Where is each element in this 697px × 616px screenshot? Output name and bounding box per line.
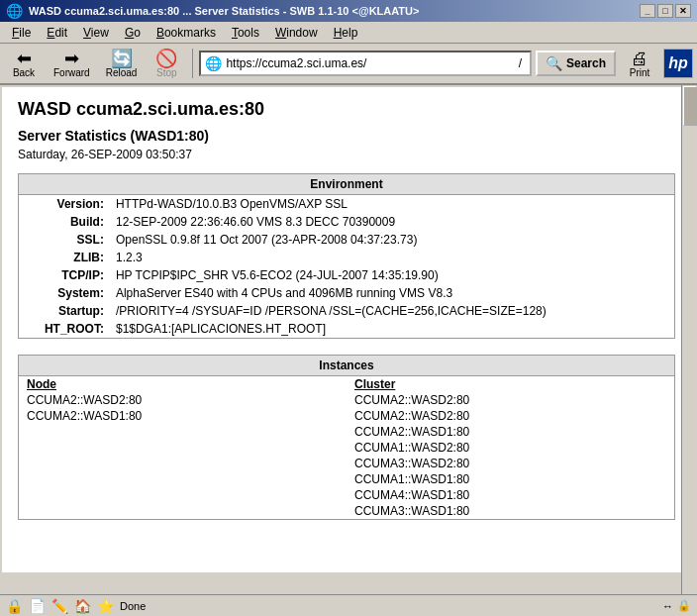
menu-bar: File Edit View Go Bookmarks Tools Window…: [0, 22, 697, 44]
back-icon: ⬅: [17, 50, 32, 67]
menu-file[interactable]: File: [4, 24, 39, 42]
inst-cluster: CCUMA2::WASD1:80: [347, 424, 675, 440]
inst-row: CCUMA4::WASD1:80: [19, 487, 675, 503]
status-right: ↔ 🔒: [662, 599, 691, 612]
environment-table: Environment Version: HTTPd-WASD/10.0.B3 …: [18, 173, 675, 339]
env-row: System: AlphaServer ES40 with 4 CPUs and…: [19, 284, 675, 302]
instances-table: Instances Node Cluster CCUMA2::WASD2:80 …: [18, 355, 675, 520]
print-label: Print: [630, 67, 650, 78]
scroll-thumb[interactable]: [683, 86, 697, 126]
search-button[interactable]: 🔍 Search: [536, 51, 616, 76]
address-bar[interactable]: 🌐 https://ccuma2.sci.uma.es/ /: [199, 51, 532, 76]
reload-button[interactable]: 🔄 Reload: [100, 48, 144, 80]
address-separator: /: [515, 56, 526, 70]
reload-icon: 🔄: [111, 50, 133, 67]
env-label: Startup:: [19, 302, 110, 320]
inst-cluster: CCUMA2::WASD2:80: [347, 392, 675, 408]
instances-col-node: Node: [19, 376, 348, 393]
close-button[interactable]: ✕: [675, 4, 691, 18]
menu-go[interactable]: Go: [117, 24, 149, 42]
page-title: WASD ccuma2.sci.uma.es:80: [18, 99, 675, 120]
env-label: SSL:: [19, 231, 110, 249]
content-area: WASD ccuma2.sci.uma.es:80 Server Statist…: [2, 87, 695, 572]
instances-header: Instances: [19, 356, 675, 376]
env-row: HT_ROOT: $1$DGA1:[APLICACIONES.HT_ROOT]: [19, 320, 675, 339]
status-right-icon2: 🔒: [677, 599, 691, 612]
env-value: 1.2.3: [110, 249, 675, 266]
menu-view[interactable]: View: [75, 24, 117, 42]
maximize-button[interactable]: □: [657, 4, 673, 18]
inst-cluster: CCUMA1::WASD2:80: [347, 440, 675, 456]
browser-window: 🌐 WASD ccuma2.sci.uma.es:80 ... Server S…: [0, 0, 697, 616]
env-value: HP TCPIP$IPC_SHR V5.6-ECO2 (24-JUL-2007 …: [110, 266, 675, 284]
menu-help[interactable]: Help: [326, 24, 366, 42]
env-value: /PRIORITY=4 /SYSUAF=ID /PERSONA /SSL=(CA…: [110, 302, 675, 320]
window-icon: 🌐: [6, 3, 23, 19]
inst-node: CCUMA2::WASD2:80: [19, 392, 348, 408]
status-icon-3: ✏️: [51, 598, 68, 614]
env-row: ZLIB: 1.2.3: [19, 249, 675, 266]
env-label: TCP/IP:: [19, 266, 110, 284]
inst-row: CCUMA3::WASD1:80: [19, 503, 675, 520]
back-button[interactable]: ⬅ Back: [4, 48, 44, 80]
forward-icon: ➡: [64, 50, 79, 67]
page-date: Saturday, 26-SEP-2009 03:50:37: [18, 148, 675, 161]
env-row: TCP/IP: HP TCPIP$IPC_SHR V5.6-ECO2 (24-J…: [19, 266, 675, 284]
address-text: https://ccuma2.sci.uma.es/: [226, 56, 514, 70]
status-left: 🔒 📄 ✏️ 🏠 ⭐ Done: [6, 598, 146, 614]
print-button[interactable]: 🖨 Print: [620, 48, 659, 80]
instances-col-cluster: Cluster: [347, 376, 675, 393]
window-title: WASD ccuma2.sci.uma.es:80 ... Server Sta…: [29, 5, 419, 17]
menu-bookmarks[interactable]: Bookmarks: [149, 24, 224, 42]
page-icon: 🌐: [205, 55, 222, 71]
inst-node: [19, 456, 348, 471]
menu-tools[interactable]: Tools: [224, 24, 267, 42]
inst-row: CCUMA2::WASD1:80: [19, 424, 675, 440]
env-label: Build:: [19, 213, 110, 231]
page-subtitle: Server Statistics (WASD1:80): [18, 128, 675, 144]
stop-button[interactable]: 🚫 Stop: [147, 48, 186, 80]
toolbar-separator: [192, 49, 193, 78]
inst-node: [19, 424, 348, 440]
inst-cluster: CCUMA3::WASD1:80: [347, 503, 675, 520]
search-label: Search: [566, 56, 606, 70]
inst-cluster: CCUMA4::WASD1:80: [347, 487, 675, 503]
hp-logo: hp: [663, 49, 693, 78]
status-bar: 🔒 📄 ✏️ 🏠 ⭐ Done ↔ 🔒: [0, 594, 697, 616]
inst-cluster: CCUMA3::WASD2:80: [347, 456, 675, 471]
inst-row: CCUMA1::WASD1:80: [19, 471, 675, 487]
forward-button[interactable]: ➡ Forward: [48, 48, 96, 80]
status-right-icon: ↔: [662, 600, 673, 612]
stop-icon: 🚫: [155, 50, 177, 67]
menu-edit[interactable]: Edit: [39, 24, 75, 42]
env-value: $1$DGA1:[APLICACIONES.HT_ROOT]: [110, 320, 675, 339]
env-label: HT_ROOT:: [19, 320, 110, 339]
inst-node: [19, 503, 348, 520]
search-icon: 🔍: [546, 55, 562, 71]
inst-cluster: CCUMA2::WASD2:80: [347, 408, 675, 424]
status-icon-4: 🏠: [74, 598, 91, 614]
inst-row: CCUMA2::WASD2:80 CCUMA2::WASD2:80: [19, 392, 675, 408]
inst-node: [19, 487, 348, 503]
minimize-button[interactable]: _: [640, 4, 655, 18]
window-controls: _ □ ✕: [640, 4, 691, 18]
print-icon: 🖨: [631, 50, 648, 67]
env-label: System:: [19, 284, 110, 302]
env-value: AlphaServer ES40 with 4 CPUs and 4096MB …: [110, 284, 675, 302]
env-label: Version:: [19, 195, 110, 214]
status-icon-1: 🔒: [6, 598, 23, 614]
env-value: HTTPd-WASD/10.0.B3 OpenVMS/AXP SSL: [110, 195, 675, 214]
env-value: OpenSSL 0.9.8f 11 Oct 2007 (23-APR-2008 …: [110, 231, 675, 249]
env-row: SSL: OpenSSL 0.9.8f 11 Oct 2007 (23-APR-…: [19, 231, 675, 249]
inst-cluster: CCUMA1::WASD1:80: [347, 471, 675, 487]
scrollbar[interactable]: [681, 85, 697, 594]
environment-header: Environment: [19, 174, 675, 195]
menu-window[interactable]: Window: [267, 24, 326, 42]
back-label: Back: [13, 67, 35, 78]
forward-label: Forward: [53, 67, 90, 78]
status-icon-5: ⭐: [97, 598, 114, 614]
env-value: 12-SEP-2009 22:36:46.60 VMS 8.3 DECC 703…: [110, 213, 675, 231]
inst-node: [19, 440, 348, 456]
inst-node: CCUMA2::WASD1:80: [19, 408, 348, 424]
stop-label: Stop: [156, 67, 177, 78]
